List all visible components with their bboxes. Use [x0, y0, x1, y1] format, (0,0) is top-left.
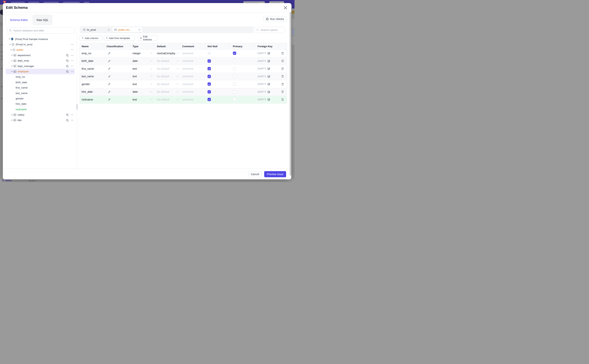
add-from-template-button[interactable]: + Add from template: [104, 35, 135, 41]
sidebar-item--prod-hr_prod[interactable]: (Prod) hr_prod: [6, 42, 75, 47]
column-name-cell[interactable]: first_name: [80, 65, 104, 72]
more-options-icon[interactable]: [71, 70, 74, 73]
classification-edit-icon[interactable]: [108, 67, 111, 70]
comment-input[interactable]: comment: [181, 50, 206, 57]
copy-icon[interactable]: [66, 54, 69, 57]
copy-icon[interactable]: [66, 70, 69, 73]
tab-schema-editor[interactable]: Schema Editor: [6, 15, 32, 25]
more-options-icon[interactable]: [71, 54, 74, 57]
delete-column-icon[interactable]: [281, 90, 284, 93]
edit-foreign-key-icon[interactable]: [268, 60, 270, 62]
edit-foreign-key-icon[interactable]: [268, 52, 270, 55]
type-select[interactable]: text: [131, 80, 154, 88]
caret-right-icon[interactable]: [11, 60, 13, 62]
sidebar-item-dept_manager[interactable]: dept_manager: [6, 63, 75, 69]
copy-icon[interactable]: [66, 113, 69, 116]
more-options-icon[interactable]: [71, 43, 74, 46]
comment-input[interactable]: comment: [181, 80, 206, 88]
database-search-input[interactable]: [13, 29, 73, 32]
close-tab-icon[interactable]: [138, 29, 141, 31]
edit-foreign-key-icon[interactable]: [268, 67, 270, 70]
not-null-checkbox[interactable]: [207, 90, 211, 93]
not-null-checkbox[interactable]: [207, 82, 211, 86]
sidebar-item-employee[interactable]: employee: [6, 69, 75, 74]
sidebar-item-dept_emp[interactable]: dept_emp: [6, 58, 75, 63]
sidebar-item-birth_date[interactable]: birth_date: [6, 80, 75, 85]
run-checks-button[interactable]: Run checks: [263, 16, 286, 22]
comment-input[interactable]: comment: [181, 88, 206, 96]
close-icon[interactable]: [283, 6, 288, 10]
more-options-icon[interactable]: [71, 113, 74, 116]
panel-resize-handle[interactable]: [76, 104, 78, 110]
more-options-icon[interactable]: [71, 59, 74, 62]
edit-foreign-key-icon[interactable]: [268, 91, 270, 93]
cancel-button[interactable]: Cancel: [248, 171, 262, 177]
default-select[interactable]: No default: [154, 80, 181, 88]
more-options-icon[interactable]: [71, 119, 74, 122]
comment-input[interactable]: comment: [181, 96, 206, 103]
caret-right-icon[interactable]: [11, 54, 13, 56]
edit-foreign-key-icon[interactable]: [268, 83, 270, 85]
type-select[interactable]: date: [131, 88, 154, 96]
sidebar-item-public[interactable]: public: [6, 47, 75, 52]
default-select[interactable]: No default: [154, 57, 181, 65]
preview-issue-button[interactable]: Preview issue: [264, 171, 286, 177]
column-name-cell[interactable]: birth_date: [80, 57, 104, 65]
default-select[interactable]: No default: [154, 88, 181, 96]
tab-raw-sql[interactable]: Raw SQL: [33, 15, 52, 25]
caret-right-icon[interactable]: [11, 119, 13, 121]
copy-icon[interactable]: [66, 119, 69, 122]
more-options-icon[interactable]: [71, 65, 74, 68]
sidebar-item-last_name[interactable]: last_name: [6, 91, 75, 96]
type-select[interactable]: text: [131, 65, 154, 72]
sidebar-item-salary[interactable]: salary: [6, 112, 75, 117]
type-select[interactable]: text: [131, 73, 154, 80]
caret-down-icon[interactable]: [9, 44, 11, 46]
classification-edit-icon[interactable]: [108, 60, 111, 62]
type-select[interactable]: integer: [131, 50, 154, 57]
modal-scrollbar[interactable]: [290, 12, 291, 176]
delete-column-icon[interactable]: [281, 83, 284, 86]
primary-checkbox[interactable]: [233, 75, 236, 78]
not-null-checkbox[interactable]: [207, 98, 211, 101]
caret-down-icon[interactable]: [11, 71, 13, 72]
default-select[interactable]: No default: [154, 65, 181, 72]
primary-checkbox[interactable]: [233, 90, 236, 93]
close-tab-icon[interactable]: [108, 29, 110, 31]
type-select[interactable]: date: [131, 57, 154, 65]
editor-tab-hr-prod[interactable]: hr_prod: [81, 27, 112, 32]
column-search-input[interactable]: [260, 28, 283, 32]
delete-column-icon[interactable]: [281, 59, 284, 62]
sidebar-item-gender[interactable]: gender: [6, 96, 75, 101]
column-name-cell[interactable]: gender: [80, 80, 104, 88]
column-name-cell[interactable]: last_name: [80, 73, 104, 80]
caret-down-icon[interactable]: [10, 49, 12, 51]
comment-input[interactable]: comment: [181, 57, 206, 65]
not-null-checkbox[interactable]: [207, 67, 211, 70]
sidebar-item--prod-prod-sample-instance[interactable]: (Prod) Prod Sample Instance: [6, 36, 75, 42]
comment-input[interactable]: comment: [181, 73, 206, 80]
type-select[interactable]: text: [131, 96, 154, 103]
caret-down-icon[interactable]: [8, 38, 11, 40]
not-null-checkbox[interactable]: [207, 59, 211, 63]
sidebar-item-department[interactable]: department: [6, 52, 75, 58]
column-name-cell[interactable]: hire_date: [80, 88, 104, 96]
classification-edit-icon[interactable]: [108, 52, 111, 55]
comment-input[interactable]: comment: [181, 65, 206, 72]
sidebar-item-hire_date[interactable]: hire_date: [6, 101, 75, 107]
edit-foreign-key-icon[interactable]: [268, 75, 270, 78]
delete-column-icon[interactable]: [281, 75, 284, 78]
sidebar-item-emp_no[interactable]: emp_no: [6, 74, 75, 80]
more-options-icon[interactable]: [71, 48, 74, 51]
primary-checkbox[interactable]: [233, 82, 236, 86]
caret-right-icon[interactable]: [11, 65, 13, 67]
delete-column-icon[interactable]: [281, 52, 284, 55]
default-select[interactable]: No default: [154, 73, 181, 80]
primary-checkbox[interactable]: [233, 67, 236, 70]
editor-tab-public-employee[interactable]: public.em...: [113, 27, 142, 32]
sidebar-item-nickname[interactable]: nickname: [6, 107, 75, 112]
primary-checkbox[interactable]: [233, 52, 236, 55]
classification-edit-icon[interactable]: [108, 83, 111, 85]
column-name-cell[interactable]: emp_no: [80, 50, 104, 57]
edit-indexes-button[interactable]: Edit indexes: [138, 35, 157, 41]
